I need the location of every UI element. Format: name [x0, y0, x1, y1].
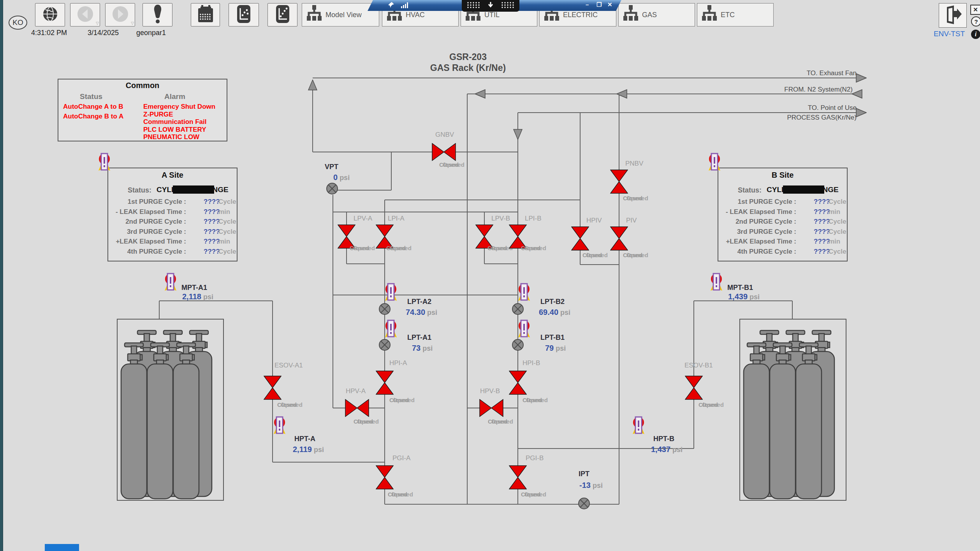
valve-GNBV[interactable] — [432, 143, 456, 161]
flow-arrow-up-icon — [308, 79, 317, 90]
sensor-IPT[interactable] — [577, 497, 591, 510]
site-row-unit: min — [218, 208, 230, 216]
cylinder-bundle-a — [117, 319, 224, 501]
site-row-label: - LEAK Elapsed Time : — [108, 208, 186, 216]
site-row-unit: Cycle — [829, 198, 846, 206]
sensor-LPT-A1[interactable] — [378, 338, 391, 351]
clock-time: 4:31:02 PM — [31, 29, 67, 37]
valve-LPI-A[interactable] — [376, 224, 394, 249]
pipe-segment — [619, 94, 619, 504]
valve-LPI-B[interactable] — [509, 224, 527, 249]
valve-LPV-B[interactable] — [475, 224, 493, 249]
forward-arrow-icon — [111, 5, 129, 25]
tab-gas[interactable]: GAS — [618, 3, 695, 26]
calendar-button[interactable] — [191, 3, 220, 26]
transmitter-label-LPT-A1: LPT-A1 — [407, 334, 431, 342]
tab-model-view[interactable]: Model View — [302, 3, 379, 26]
alarm-icon-LPT-A1[interactable] — [384, 320, 398, 338]
valve-PIV[interactable] — [610, 226, 628, 251]
pipe-segment — [313, 152, 518, 152]
tree-icon — [306, 4, 322, 26]
valve-label-PNBV: PNBV — [625, 160, 643, 168]
corner-info-button[interactable]: i — [971, 30, 980, 39]
back-button[interactable]: ▽ — [70, 3, 100, 26]
common-alarm-item: Z-PURGE — [143, 111, 173, 118]
valve-HPIV[interactable] — [571, 226, 589, 251]
close-button[interactable]: ✕ — [607, 1, 612, 8]
site-row-label: 1st PURGE Cycle : — [718, 198, 796, 206]
valve-label-PGI-B: PGI-B — [526, 454, 544, 462]
forward-dropdown-icon[interactable]: ▽ — [131, 21, 134, 25]
flow-label-exhaust: TO. Exhaust Fan — [740, 69, 857, 77]
transmitter-label-IPT: IPT — [579, 470, 589, 478]
sensor-LPT-B2[interactable] — [511, 302, 524, 316]
alarm-icon-MPT-B1[interactable] — [709, 273, 723, 291]
site-row-value: ???? — [814, 198, 830, 206]
exit-button[interactable] — [939, 3, 967, 28]
transmitter-value-LPT-A2: 74.30 psi — [406, 308, 437, 317]
transmitter-value-LPT-A1: 73 psi — [412, 344, 433, 353]
pin-icon[interactable] — [388, 1, 395, 9]
pressure-value: 0 — [333, 173, 338, 182]
corner-help-button[interactable]: ? — [971, 16, 980, 26]
valve-PGI-B[interactable] — [509, 465, 527, 489]
valve-label-LPV-B: LPV-B — [491, 215, 510, 223]
corner-close-button[interactable]: ✕ — [970, 5, 980, 15]
valve-HPI-A[interactable] — [376, 371, 394, 395]
back-dropdown-icon[interactable]: ▽ — [96, 21, 99, 25]
taskbar-fragment — [45, 544, 79, 551]
alarm-icon-HPT-A[interactable] — [273, 416, 287, 435]
valve-PGI-A[interactable] — [376, 465, 394, 489]
alarm-icon-MPT-A1[interactable] — [164, 273, 178, 291]
forward-button[interactable]: ▽ — [105, 3, 135, 26]
sensor-LPT-B1[interactable] — [511, 338, 524, 351]
globe-icon — [42, 5, 59, 25]
pipe-segment — [385, 200, 580, 200]
transmitter-label-MPT-A1: MPT-A1 — [181, 284, 207, 292]
trend-chart-button[interactable] — [229, 3, 259, 26]
site-row-unit: Cycle — [829, 248, 846, 256]
site-row-unit: Cycle — [218, 248, 236, 256]
tab-etc[interactable]: ETC — [697, 3, 774, 26]
home-button[interactable] — [35, 3, 65, 26]
sensor-LPT-A2[interactable] — [378, 302, 391, 316]
valve-ESOV-B1[interactable] — [685, 376, 703, 400]
valve-ESOV-A1[interactable] — [264, 376, 282, 400]
site-row-unit: min — [829, 238, 840, 245]
site-row-value: ???? — [814, 238, 830, 245]
valve-HPV-B[interactable] — [479, 399, 503, 417]
alarm-icon-LPT-B2[interactable] — [517, 283, 531, 302]
transmitter-label-HPT-B: HPT-B — [653, 435, 674, 443]
left-edge-strip — [0, 0, 3, 551]
alarm-icon-LPT-A2[interactable] — [384, 283, 398, 302]
common-status-item: AutoChange A to B — [63, 103, 123, 111]
redaction-bar — [783, 185, 824, 194]
pipe-segment — [580, 264, 619, 265]
alarm-icon-LPT-B1[interactable] — [517, 320, 531, 338]
valve-state-ghost-HPV-B: Opened — [491, 418, 513, 425]
sensor-VPT[interactable] — [325, 182, 339, 195]
valve-label-PIV: PIV — [626, 217, 637, 224]
valve-state-ESOV-A1: Closed — [277, 401, 297, 408]
transmitter-value-VPT: 0 psi — [333, 173, 350, 182]
alarm-icon-HPT-B[interactable] — [632, 416, 646, 435]
minimize-button[interactable]: – — [586, 1, 589, 8]
restore-button[interactable]: ❐ — [596, 1, 602, 8]
screen-transfer-widget[interactable] — [462, 0, 519, 12]
site-status-label: Status: — [738, 186, 762, 194]
transmitter-value-IPT: -13 psi — [579, 481, 603, 490]
valve-PNBV[interactable] — [610, 170, 628, 194]
common-status-item: AutoChange B to A — [63, 113, 123, 120]
site-row-value: ???? — [204, 228, 220, 236]
valve-HPV-A[interactable] — [345, 399, 369, 417]
site-b-alarm-icon[interactable] — [707, 153, 721, 171]
pressure-unit: psi — [591, 482, 603, 489]
site-a-alarm-icon[interactable] — [97, 153, 111, 171]
site-row-value: ???? — [814, 228, 830, 236]
valve-LPV-A[interactable] — [338, 224, 355, 249]
valve-HPI-B[interactable] — [509, 371, 527, 395]
alarm-summary-button[interactable] — [143, 3, 172, 26]
site-row-unit: Cycle — [829, 218, 846, 226]
report-chart-button[interactable] — [267, 3, 297, 26]
valve-state-ghost-GNBV: Opened — [443, 161, 464, 168]
